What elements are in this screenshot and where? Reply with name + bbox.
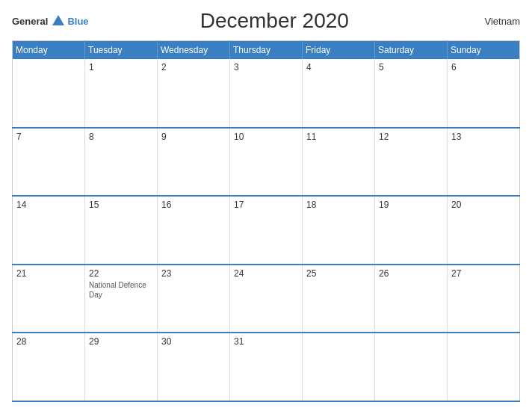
header: General Blue December 2020 Vietnam bbox=[12, 9, 520, 33]
calendar-cell: 31 bbox=[230, 333, 303, 401]
day-number: 23 bbox=[161, 268, 226, 279]
calendar-cell: 15 bbox=[85, 196, 158, 265]
calendar-cell bbox=[375, 333, 448, 401]
col-friday: Friday bbox=[303, 41, 375, 60]
day-number: 10 bbox=[234, 132, 298, 142]
day-number: 31 bbox=[234, 336, 298, 347]
calendar-cell: 28 bbox=[13, 333, 85, 401]
calendar-cell: 29 bbox=[85, 333, 158, 401]
calendar-cell: 6 bbox=[448, 59, 520, 128]
day-number: 17 bbox=[234, 200, 298, 210]
month-title: December 2020 bbox=[89, 9, 460, 33]
logo-blue-text: Blue bbox=[67, 16, 88, 27]
calendar-cell: 9 bbox=[158, 128, 230, 197]
calendar-cell: 13 bbox=[448, 128, 520, 197]
day-number: 16 bbox=[161, 200, 226, 210]
event-label: National Defence Day bbox=[89, 280, 153, 300]
day-number: 20 bbox=[451, 200, 516, 210]
calendar-body: 12345678910111213141516171819202122Natio… bbox=[13, 59, 520, 401]
day-number: 7 bbox=[16, 132, 81, 142]
day-number: 27 bbox=[451, 268, 516, 279]
calendar-week-row: 14151617181920 bbox=[13, 196, 520, 265]
calendar-cell: 7 bbox=[13, 128, 85, 197]
calendar-week-row: 123456 bbox=[13, 59, 520, 128]
calendar-cell: 20 bbox=[448, 196, 520, 265]
day-number: 26 bbox=[379, 268, 443, 279]
calendar-cell: 14 bbox=[13, 196, 85, 265]
calendar-cell: 26 bbox=[375, 265, 448, 333]
calendar-cell: 21 bbox=[13, 265, 85, 333]
col-sunday: Sunday bbox=[448, 41, 520, 60]
day-number: 24 bbox=[234, 268, 298, 279]
col-saturday: Saturday bbox=[375, 41, 448, 60]
day-number: 12 bbox=[379, 132, 443, 142]
col-thursday: Thursday bbox=[230, 41, 303, 60]
calendar-cell: 1 bbox=[85, 59, 158, 128]
calendar-cell bbox=[303, 333, 375, 401]
col-tuesday: Tuesday bbox=[85, 41, 158, 60]
calendar-cell bbox=[448, 333, 520, 401]
day-number: 13 bbox=[451, 132, 516, 142]
calendar-cell: 23 bbox=[158, 265, 230, 333]
calendar-cell: 5 bbox=[375, 59, 448, 128]
calendar-cell: 2 bbox=[158, 59, 230, 128]
day-number: 3 bbox=[234, 62, 298, 72]
calendar-cell: 27 bbox=[448, 265, 520, 333]
calendar-cell: 30 bbox=[158, 333, 230, 401]
day-number: 9 bbox=[161, 132, 226, 142]
day-number: 18 bbox=[306, 200, 371, 210]
col-monday: Monday bbox=[13, 41, 85, 60]
day-number: 30 bbox=[161, 336, 226, 347]
day-number: 25 bbox=[306, 268, 371, 279]
day-number: 11 bbox=[306, 132, 371, 142]
day-number: 14 bbox=[16, 200, 81, 210]
calendar-cell: 25 bbox=[303, 265, 375, 333]
calendar-week-row: 78910111213 bbox=[13, 128, 520, 197]
day-number: 28 bbox=[16, 336, 81, 347]
calendar-cell bbox=[13, 59, 85, 128]
day-number: 4 bbox=[306, 62, 371, 72]
calendar-week-row: 2122National Defence Day2324252627 bbox=[13, 265, 520, 333]
country-label: Vietnam bbox=[460, 16, 520, 27]
day-number: 21 bbox=[16, 268, 81, 279]
col-wednesday: Wednesday bbox=[158, 41, 230, 60]
day-number: 2 bbox=[161, 62, 226, 72]
calendar-cell: 8 bbox=[85, 128, 158, 197]
days-header-row: Monday Tuesday Wednesday Thursday Friday… bbox=[13, 41, 520, 60]
calendar-table: Monday Tuesday Wednesday Thursday Friday… bbox=[12, 40, 520, 402]
day-number: 1 bbox=[89, 62, 153, 72]
calendar-page: General Blue December 2020 Vietnam Monda… bbox=[0, 0, 532, 411]
calendar-cell: 18 bbox=[303, 196, 375, 265]
logo: General Blue bbox=[12, 16, 89, 27]
calendar-cell: 3 bbox=[230, 59, 303, 128]
calendar-week-row: 28293031 bbox=[13, 333, 520, 401]
day-number: 5 bbox=[379, 62, 443, 72]
calendar-cell: 4 bbox=[303, 59, 375, 128]
logo-triangle-icon bbox=[52, 15, 64, 25]
calendar-cell: 22National Defence Day bbox=[85, 265, 158, 333]
calendar-cell: 16 bbox=[158, 196, 230, 265]
logo-general-text: General bbox=[12, 16, 48, 27]
day-number: 6 bbox=[451, 62, 516, 72]
day-number: 22 bbox=[89, 268, 153, 279]
calendar-cell: 19 bbox=[375, 196, 448, 265]
day-number: 8 bbox=[89, 132, 153, 142]
calendar-cell: 24 bbox=[230, 265, 303, 333]
calendar-cell: 10 bbox=[230, 128, 303, 197]
day-number: 15 bbox=[89, 200, 153, 210]
calendar-cell: 12 bbox=[375, 128, 448, 197]
calendar-cell: 17 bbox=[230, 196, 303, 265]
calendar-cell: 11 bbox=[303, 128, 375, 197]
day-number: 19 bbox=[379, 200, 443, 210]
day-number: 29 bbox=[89, 336, 153, 347]
calendar-header: Monday Tuesday Wednesday Thursday Friday… bbox=[13, 41, 520, 60]
